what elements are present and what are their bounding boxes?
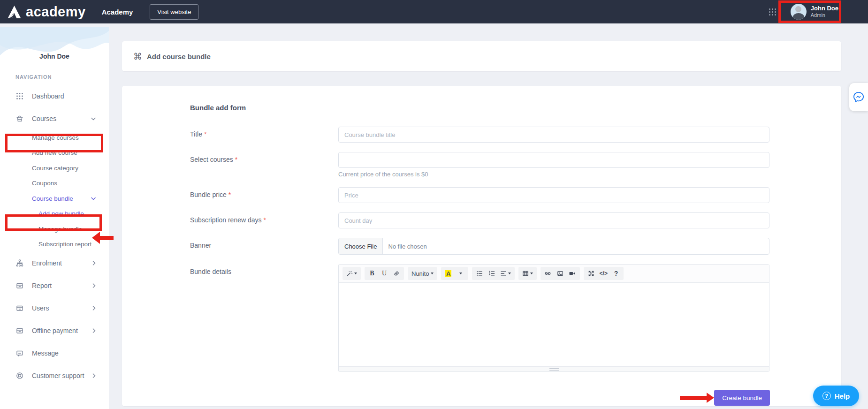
sidebar-item-label: Offline payment	[32, 327, 78, 334]
banner-file-input[interactable]: Choose File No file chosen	[338, 238, 769, 255]
user-menu[interactable]: John Doe Admin	[788, 2, 841, 22]
sidebar-item-courses[interactable]: Courses	[0, 107, 109, 130]
unordered-list-button[interactable]	[474, 268, 485, 279]
bold-button[interactable]: B	[367, 268, 377, 279]
sidebar-item-add-new-course[interactable]: Add new course	[0, 145, 109, 161]
sidebar-item-add-new-bundle[interactable]: Add new bundle	[0, 206, 109, 222]
color-a-glyph: A	[445, 270, 451, 277]
archive-box-icon	[15, 304, 24, 312]
link-button[interactable]	[543, 268, 553, 279]
font-family-dropdown[interactable]: Nunito	[410, 268, 435, 279]
chevron-down-icon	[91, 197, 96, 200]
sidebar-item-label: Add new course	[32, 149, 77, 156]
table-dropdown[interactable]	[521, 268, 534, 279]
sidebar-item-label: Enrolment	[32, 259, 62, 267]
editor-content[interactable]	[339, 283, 769, 366]
help-question-icon: ?	[822, 392, 831, 400]
sidebar-profile: John Doe	[0, 27, 109, 60]
sidebar-item-enrolment[interactable]: Enrolment	[0, 252, 109, 274]
page-header-card: ⌘ Add course bundle	[122, 41, 841, 71]
sidebar-item-course-bundle[interactable]: Course bundle	[0, 191, 109, 206]
sidebar-item-message[interactable]: Message	[0, 342, 109, 364]
select-courses-input[interactable]	[338, 152, 769, 168]
topbar-right: John Doe Admin	[769, 2, 841, 22]
details-label: Bundle details	[190, 264, 338, 372]
enrolment-sitemap-icon	[15, 259, 24, 267]
sidebar-item-report[interactable]: Report	[0, 274, 109, 297]
sidebar-item-label: Coupons	[32, 180, 57, 187]
sidebar-item-label: Customer support	[32, 372, 84, 379]
logo-icon	[7, 4, 22, 20]
help-button[interactable]: ? Help	[813, 386, 859, 406]
sidebar-item-coupons[interactable]: Coupons	[0, 176, 109, 191]
user-name: John Doe	[811, 5, 838, 12]
code-view-button[interactable]: </>	[598, 268, 609, 279]
font-color-button[interactable]: A	[443, 268, 454, 279]
file-status-text: No file chosen	[388, 243, 426, 250]
sidebar-item-label: Manage bundle	[38, 226, 82, 233]
apps-grid-icon[interactable]	[769, 8, 777, 16]
editor-resize-grip[interactable]	[549, 368, 559, 371]
sidebar-item-customer-support[interactable]: Customer support	[0, 364, 109, 387]
select-courses-label: Select courses*	[190, 152, 338, 178]
sidebar-item-course-category[interactable]: Course category	[0, 160, 109, 176]
nav-section-label: NAVIGATION	[15, 74, 109, 80]
messenger-chat-tab[interactable]	[849, 83, 868, 111]
sidebar-item-label: Report	[32, 282, 52, 289]
chevron-down-icon	[91, 117, 96, 121]
create-bundle-button[interactable]: Create bundle	[714, 390, 770, 406]
user-avatar	[791, 4, 807, 20]
sidebar-item-label: Message	[32, 349, 59, 357]
title-input[interactable]	[338, 127, 769, 143]
app-root: academy Academy Visit website John Doe A…	[0, 0, 868, 409]
command-icon: ⌘	[133, 51, 142, 62]
brand-logo[interactable]: academy	[7, 4, 86, 20]
messenger-icon	[853, 91, 865, 103]
chevron-right-icon	[92, 283, 96, 288]
bundle-price-label: Bundle price*	[190, 187, 338, 203]
archive-box-icon	[15, 281, 24, 290]
required-marker: *	[204, 130, 206, 138]
sidebar-item-manage-bundle[interactable]: Manage bundle	[0, 221, 109, 237]
required-marker: *	[235, 156, 237, 163]
sidebar-item-label: Course bundle	[32, 195, 73, 202]
title-label: Title*	[190, 127, 338, 143]
font-family-value: Nunito	[411, 270, 429, 277]
choose-file-button[interactable]: Choose File	[339, 238, 383, 254]
required-marker: *	[228, 191, 231, 198]
annotation-arrow-create-bundle	[680, 393, 714, 403]
visit-website-button[interactable]: Visit website	[150, 4, 198, 20]
page-title: ⌘ Add course bundle	[133, 51, 211, 62]
ordered-list-button[interactable]	[487, 268, 497, 279]
sidebar-item-users[interactable]: Users	[0, 297, 109, 319]
top-navbar: academy Academy Visit website John Doe A…	[0, 0, 868, 23]
user-role: Admin	[811, 12, 838, 19]
sidebar-item-label: Course category	[32, 165, 78, 172]
sidebar-item-dashboard[interactable]: Dashboard	[0, 85, 109, 107]
sidebar-item-label: Courses	[32, 115, 56, 122]
site-name: Academy	[102, 8, 133, 16]
bundle-price-input[interactable]	[338, 187, 769, 203]
picture-button[interactable]	[555, 268, 565, 279]
fullscreen-button[interactable]	[586, 268, 596, 279]
chevron-right-icon	[92, 261, 96, 265]
sidebar-item-subscription-report[interactable]: Subscription report	[0, 237, 109, 252]
eraser-button[interactable]	[391, 268, 402, 279]
underline-button[interactable]: U	[379, 268, 389, 279]
chevron-right-icon	[92, 328, 96, 333]
editor-help-button[interactable]: ?	[611, 268, 621, 279]
sidebar-item-manage-courses[interactable]: Manage courses	[0, 130, 109, 145]
video-button[interactable]	[567, 268, 578, 279]
editor-toolbar: B U Nunito A	[339, 265, 769, 283]
magic-style-button[interactable]	[345, 268, 358, 279]
help-label: Help	[835, 392, 850, 400]
paragraph-align-dropdown[interactable]	[499, 268, 512, 279]
renew-days-input[interactable]	[338, 212, 769, 228]
banner-label: Banner	[190, 238, 338, 255]
profile-name: John Doe	[0, 53, 109, 60]
sidebar-item-label: Add new bundle	[38, 210, 84, 217]
editor-statusbar	[339, 366, 769, 371]
form-heading: Bundle add form	[190, 104, 841, 112]
font-color-dropdown[interactable]	[456, 268, 466, 279]
sidebar-item-offline-payment[interactable]: Offline payment	[0, 319, 109, 342]
